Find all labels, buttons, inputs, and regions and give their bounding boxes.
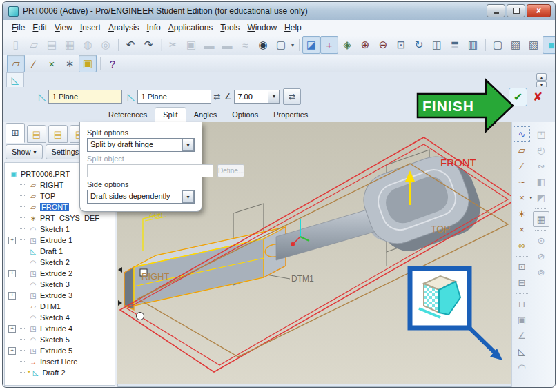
menu-item[interactable]: Help [281, 21, 305, 34]
paste-icon[interactable]: ▬ [200, 36, 218, 54]
datum-csys-toggle-icon[interactable]: ∗ [61, 55, 79, 72]
wireframe-view-icon[interactable]: ▢ [489, 36, 507, 54]
sketch-tool-icon[interactable]: ∿ [514, 126, 530, 142]
tree-item[interactable]: ▱ DTM1 [5, 301, 115, 312]
datum-axes-toggle-icon[interactable]: ∕ [25, 55, 43, 72]
tree-item[interactable]: ◠ Sketch 3 [5, 279, 115, 290]
undo-icon[interactable]: ↶ [121, 36, 139, 54]
tree-item[interactable]: ◠ Sketch 4 [5, 312, 115, 323]
tree-expander-icon[interactable] [8, 347, 16, 355]
view-manager-icon[interactable]: ▥ [464, 36, 482, 54]
datum-point-tool-icon[interactable]: × [514, 190, 530, 206]
model-tree-tab-icon[interactable]: ⊞ [6, 123, 25, 143]
trim-tool-icon[interactable]: ⊘ [533, 248, 549, 264]
dashboard-tab[interactable]: Angles [186, 108, 225, 122]
flip-direction-icon[interactable]: ⇄ [214, 92, 221, 101]
point-tag-tool-icon[interactable]: × [514, 222, 530, 237]
menu-item[interactable]: Applications [165, 21, 217, 34]
draft-angle-dimension[interactable]: 7.00 [143, 211, 166, 251]
dropdown-arrow-icon[interactable]: ▾ [182, 139, 194, 151]
close-button[interactable]: ✘ [527, 4, 551, 17]
paste-special-icon[interactable]: ▬ [218, 36, 236, 54]
tree-item[interactable]: ◳ Extrude 1 [5, 235, 115, 246]
side-options-dropdown[interactable]: Draft sides dependently ▾ [87, 190, 195, 204]
tree-item[interactable]: ◠ Sketch 5 [5, 334, 115, 345]
context-help-icon[interactable]: ? [104, 55, 121, 72]
rib-tool-icon[interactable]: ∠ [514, 328, 530, 344]
draft-hinge-field[interactable] [137, 90, 211, 104]
spin-center-icon[interactable]: + [320, 36, 338, 54]
annotations-icon[interactable]: ◫ [428, 36, 446, 54]
redo-icon[interactable]: ↷ [139, 36, 157, 54]
orient-mode-icon[interactable]: ◈ [338, 36, 356, 54]
zoom-fit-icon[interactable]: ⊡ [392, 36, 410, 54]
title-bar[interactable]: PRT0006 (Active) - Pro/ENGINEER Student … [3, 2, 555, 21]
drag-handle-circle[interactable] [137, 313, 144, 320]
print-icon[interactable]: ▦ [61, 36, 79, 54]
menu-item[interactable]: Info [144, 21, 164, 34]
dashboard-tab[interactable]: Properties [266, 108, 315, 122]
mail-link-icon[interactable]: ◎ [97, 36, 115, 54]
datum-plane-tool-icon[interactable]: ▱ [514, 142, 530, 158]
define-button[interactable]: Define... [217, 164, 244, 177]
dashboard-tab[interactable]: Options [224, 108, 266, 122]
groove-tool-icon[interactable]: ⊓ [514, 296, 530, 312]
open-icon[interactable]: ▱ [25, 36, 43, 54]
menu-item[interactable]: Insert [77, 21, 104, 34]
tree-expander-icon[interactable] [8, 325, 16, 333]
revolve-tool-icon[interactable]: ◴ [533, 142, 549, 158]
flip-angle-button[interactable]: ⇄ [283, 88, 301, 105]
tree-item[interactable]: ◠ Sketch 1 [5, 224, 115, 235]
collapse-tree-arrow[interactable] [118, 267, 122, 273]
zoom-out-icon[interactable]: ⊖ [374, 36, 392, 54]
split-object-field[interactable] [87, 164, 213, 177]
menu-item[interactable]: View [51, 21, 76, 34]
cut-icon[interactable]: ✂ [164, 36, 182, 54]
sweep-tool-icon[interactable]: ∾ [533, 158, 549, 174]
datum-display-icon[interactable]: ◪ [302, 36, 320, 54]
dashboard-tab[interactable]: References [101, 108, 155, 122]
extrude-tool-icon[interactable]: ◰ [533, 126, 549, 142]
no-hidden-view-icon[interactable]: ▧ [525, 36, 543, 54]
tree-item[interactable]: ◳ Extrude 4 [5, 323, 115, 334]
mirror-tool-icon[interactable]: ⊙ [533, 233, 549, 248]
cancel-feature-button[interactable]: ✘ [529, 89, 546, 104]
zoom-in-icon[interactable]: ⊕ [356, 36, 374, 54]
menu-item[interactable]: Edit [29, 21, 50, 34]
tree-expander-icon[interactable] [8, 292, 16, 300]
tree-item[interactable]: ◠ Sketch 2 [5, 257, 115, 268]
copy-icon[interactable]: ▣ [182, 36, 200, 54]
restore-button[interactable] [507, 4, 525, 17]
tree-expander-icon[interactable] [8, 270, 16, 277]
hidden-line-view-icon[interactable]: ▨ [507, 36, 525, 54]
shell-tool-icon[interactable]: ▣ [514, 312, 530, 328]
datum-planes-toggle-icon[interactable]: ▱ [7, 55, 25, 72]
save-icon[interactable]: ▤ [43, 36, 61, 54]
layers-icon[interactable]: ≣ [446, 36, 464, 54]
copy-geometry-icon[interactable]: ⊡ [514, 259, 530, 275]
expand-tree-arrow[interactable] [118, 300, 122, 306]
minimize-button[interactable] [487, 4, 505, 17]
tree-item[interactable]: ◳ Extrude 2 [5, 268, 115, 279]
round-tool-icon[interactable]: ◠ [514, 360, 530, 375]
menu-item[interactable]: Analysis [105, 21, 143, 34]
model-hex-head[interactable] [124, 227, 286, 310]
new-file-icon[interactable]: ▯ [7, 36, 25, 54]
publish-geometry-icon[interactable]: ⊟ [514, 275, 530, 291]
merge-tool-icon[interactable]: ⊚ [533, 264, 549, 280]
tree-item[interactable]: → Insert Here [5, 356, 115, 367]
datum-axis-tool-icon[interactable]: ∕ [514, 158, 530, 174]
favorites-folder-icon[interactable]: ▤ [48, 125, 68, 143]
folder-browser-icon[interactable]: ▤ [27, 125, 46, 143]
tree-item[interactable]: * ◺ Draft 2 [5, 367, 115, 378]
angle-dropdown-button[interactable]: ▾ [268, 90, 280, 104]
blend-tool-icon[interactable]: ◧ [533, 174, 549, 190]
tree-item[interactable]: ◺ Draft 1 [5, 246, 115, 257]
show-button[interactable]: Show ▾ [6, 144, 43, 159]
pattern-tool-icon[interactable]: ▦ [533, 211, 549, 227]
menu-item[interactable]: File [8, 21, 28, 34]
repaint-icon[interactable]: ↻ [410, 36, 428, 54]
draft-tool-icon[interactable]: ◺ [514, 344, 530, 360]
menu-item[interactable]: Window [244, 21, 280, 34]
tree-item[interactable]: ∗ PRT_CSYS_DEF [5, 213, 115, 224]
